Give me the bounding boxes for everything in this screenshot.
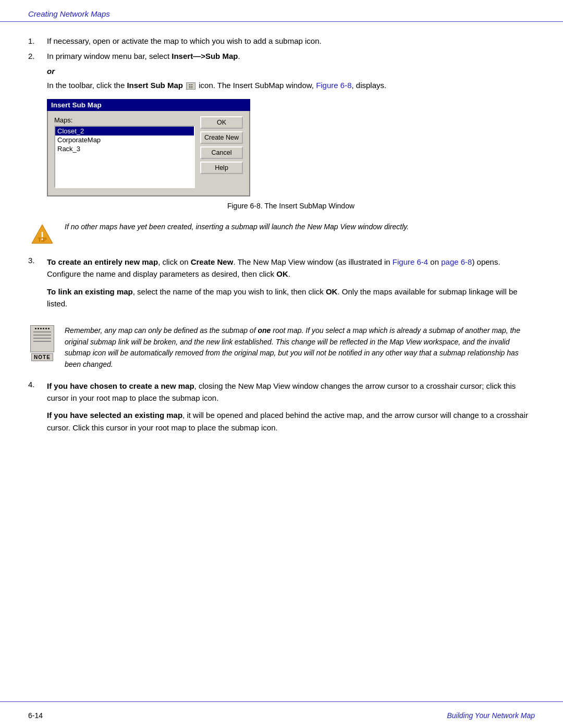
step-1-number: 1. [28,36,47,45]
page-6-8-link[interactable]: page 6-8 [441,257,472,266]
note-dot-1 [35,328,36,329]
note-box: NOTE Remember, any map can only be defin… [28,325,535,371]
header-chapter-title: Creating Network Maps [28,9,110,18]
main-content: 1. If necessary, open or activate the ma… [0,22,563,454]
note-text: Remember, any map can only be defined as… [65,325,535,371]
dialog-title: Insert Sub Map [51,101,102,109]
step-3-content: To create an entirely new map, click on … [47,256,535,310]
note-line-4 [33,341,51,342]
step-4-para2: If you have selected an existing map, it… [47,409,535,434]
note-label: NOTE [31,353,53,361]
figure-6-8-link[interactable]: Figure 6-8 [316,81,351,90]
ok-bold-inline: OK [276,269,288,278]
tip-arrow-icon: TIP [31,224,54,246]
insert-submap-dialog: Insert Sub Map Maps: Closet_2 CorporateM… [47,99,250,196]
tip-box: TIP If no other maps have yet been creat… [28,221,535,246]
figure-6-4-link[interactable]: Figure 6-4 [393,257,428,266]
insert-submenu-bold: Insert—>Sub Map [172,52,238,60]
step-4-content: If you have chosen to create a new map, … [47,380,535,434]
list-item-closet2[interactable]: Closet_2 [55,127,194,135]
note-one-bold: one [258,326,271,335]
footer-chapter-title: Building Your Network Map [447,711,535,720]
dialog-cancel-button[interactable]: Cancel [200,146,243,159]
note-dots [31,328,54,329]
figure-caption: Figure 6-8. The Insert SubMap Window [47,202,535,210]
svg-point-3 [42,239,43,240]
footer-page-number: 6-14 [28,711,43,720]
page-header: Creating Network Maps [0,0,563,22]
selected-existing-map-bold: If you have selected an existing map [47,411,182,419]
list-item-rack3[interactable]: Rack_3 [55,144,194,153]
step-1: 1. If necessary, open or activate the ma… [28,36,535,45]
note-lines-graphic [30,325,54,352]
step-1-text: If necessary, open or activate the map t… [47,36,535,45]
insert-submap-text: In the toolbar, click the Insert Sub Map… [47,81,535,90]
create-new-inline-bold: Create New [191,257,234,266]
dialog-left-panel: Maps: Closet_2 CorporateMap Rack_3 [54,116,195,188]
list-item-corporatemap[interactable]: CorporateMap [55,135,194,144]
dialog-titlebar: Insert Sub Map [47,99,250,111]
dialog-create-new-button[interactable]: Create New [200,131,243,144]
or-block: or [47,67,535,76]
note-line-2 [33,335,51,336]
step-3: 3. To create an entirely new map, click … [28,256,535,316]
step-4-number: 4. [28,380,47,389]
dialog-ok-button[interactable]: OK [200,116,243,129]
step-4: 4. If you have chosen to create a new ma… [28,380,535,434]
page-footer: 6-14 Building Your Network Map [0,701,563,728]
link-existing-map-bold: To link an existing map [47,287,133,296]
dialog-maps-label: Maps: [54,116,195,124]
note-dot-6 [48,328,50,329]
note-dot-3 [40,328,42,329]
step-2-number: 2. [28,52,47,60]
step-4-para1: If you have chosen to create a new map, … [47,380,535,404]
note-line-3 [33,338,51,339]
steps-list: 1. If necessary, open or activate the ma… [28,36,535,60]
chosen-create-new-bold: If you have chosen to create a new map [47,381,194,390]
note-line-1 [33,331,51,332]
dialog-body: Maps: Closet_2 CorporateMap Rack_3 OK Cr… [47,111,250,196]
step-2-text: In primary window menu bar, select Inser… [47,52,535,60]
insert-submap-icon: ☷ [186,82,195,90]
create-new-map-bold: To create an entirely new map [47,257,158,266]
note-icon-container: NOTE [28,325,56,361]
note-dot-5 [45,328,47,329]
insert-submap-bold-label: Insert Sub Map [127,81,183,90]
step-2: 2. In primary window menu bar, select In… [28,52,535,60]
page-container: Creating Network Maps 1. If necessary, o… [0,0,563,728]
dialog-buttons: OK Create New Cancel Help [200,116,243,188]
dialog-listbox[interactable]: Closet_2 CorporateMap Rack_3 [54,126,195,188]
step-3-para2: To link an existing map, select the name… [47,286,535,310]
tip-text: If no other maps have yet been created, … [65,221,535,232]
note-dot-4 [43,328,44,329]
tip-icon: TIP [28,221,56,246]
step-3-para1: To create an entirely new map, click on … [47,256,535,280]
dialog-help-button[interactable]: Help [200,162,243,174]
ok-bold-inline2: OK [326,287,338,296]
step-3-number: 3. [28,256,47,265]
or-label: or [47,67,535,76]
note-dot-2 [38,328,39,329]
